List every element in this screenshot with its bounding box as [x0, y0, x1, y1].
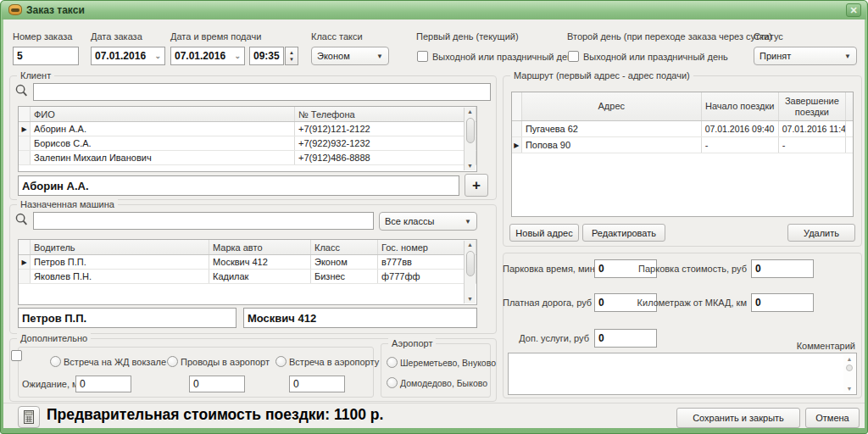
additional-legend: Дополнительно	[17, 333, 91, 343]
preliminary-price-text: Предварительная стоимость поездки: 1100 …	[47, 406, 383, 424]
meet-airport-radio[interactable]	[275, 356, 287, 367]
client-table[interactable]: ФИО № Телефона ▶ Аборин А.А. +7(912)121-…	[18, 106, 477, 172]
chevron-down-icon: ⌄	[234, 52, 241, 60]
extra-services-label: Доп. услуги, руб	[503, 333, 589, 343]
car-row[interactable]: Яковлев П.Н. Кадилак Бизнес ф777фф	[19, 270, 476, 284]
edit-address-button[interactable]: Редактировать	[582, 224, 665, 242]
waiting-input-1[interactable]	[75, 376, 131, 392]
scroll-up-icon[interactable]: ▲	[467, 241, 473, 249]
calculator-icon	[24, 410, 34, 424]
mkad-km-input[interactable]	[751, 293, 814, 312]
scroll-thumb[interactable]	[466, 251, 475, 276]
car-table[interactable]: Водитель Марка авто Класс Гос. номер ▶ П…	[18, 239, 477, 305]
parking-time-label: Парковка время, мин	[503, 264, 589, 274]
selected-car-field[interactable]	[243, 308, 477, 328]
car-class-filter-dropdown[interactable]: Все классы▼	[379, 212, 477, 231]
row-selector-icon: ▶	[21, 125, 26, 133]
pickup-time-input[interactable]	[249, 47, 284, 65]
status-dropdown[interactable]: Принят▼	[754, 47, 857, 65]
client-legend: Клиент	[17, 70, 54, 81]
airport-dme-bka-radio[interactable]	[387, 377, 398, 388]
comment-label: Комментарий	[762, 341, 855, 351]
car-legend: Назначенная машина	[17, 199, 118, 209]
parking-cost-label: Парковка стоимость, руб	[635, 264, 747, 274]
titlebar[interactable]: Заказ такси ✕	[2, 1, 866, 19]
car-search-input[interactable]	[33, 212, 374, 230]
pickup-datetime-label: Дата и время подачи	[170, 31, 261, 42]
route-legend: Маршрут (первый адрес - адрес подачи)	[510, 70, 693, 81]
second-day-holiday-checkbox[interactable]	[568, 51, 579, 62]
search-icon	[14, 83, 29, 98]
spinner-up-icon[interactable]: ▲	[289, 49, 294, 56]
save-and-close-button[interactable]: Сохранить и закрыть	[676, 408, 800, 428]
route-row-selected[interactable]: ▶ Попова 90 - -	[512, 137, 853, 153]
order-date-combo[interactable]: 07.01.2016⌄	[91, 47, 165, 65]
calculate-price-button[interactable]	[18, 406, 40, 428]
first-day-label: Первый день (текущий)	[416, 31, 519, 42]
pickup-date-combo[interactable]: 07.01.2016⌄	[170, 47, 245, 65]
airport-svo-vko-label: Шереметьево, Внуково	[400, 358, 496, 368]
extra-services-input[interactable]	[594, 329, 657, 348]
add-client-button[interactable]: +	[465, 174, 488, 197]
dropdown-arrow-icon: ▼	[376, 53, 383, 60]
cancel-button[interactable]: Отмена	[805, 408, 860, 428]
close-icon[interactable]: ✕	[846, 3, 861, 17]
spinner-down-icon[interactable]: ▼	[289, 56, 294, 63]
route-table-header: Адрес Начало поездки Завершение поездки	[512, 92, 853, 121]
client-row[interactable]: Залепин Михаил Иванович +7(912)486-8888	[19, 151, 476, 165]
meet-railway-radio[interactable]	[50, 356, 61, 367]
taxi-class-dropdown[interactable]: Эконом▼	[311, 47, 389, 65]
route-table[interactable]: Адрес Начало поездки Завершение поездки …	[511, 92, 854, 217]
row-selector-icon: ▶	[21, 259, 26, 266]
seeoff-airport-radio[interactable]	[167, 356, 178, 367]
row-selector-icon: ▶	[514, 142, 519, 149]
client-search-input[interactable]	[33, 83, 491, 101]
scroll-thumb[interactable]	[466, 118, 475, 143]
airport-svo-vko-radio[interactable]	[387, 357, 398, 368]
dropdown-arrow-icon: ▼	[465, 218, 471, 225]
airport-dme-bka-label: Домодедово, Быково	[400, 378, 487, 388]
toll-road-label: Платная дорога, руб	[503, 298, 589, 308]
client-table-header: ФИО № Телефона	[19, 107, 476, 122]
scroll-down-icon[interactable]: ▼	[847, 386, 853, 392]
airport-legend: Аэропорт	[388, 338, 436, 348]
scroll-down-icon[interactable]: ▼	[467, 295, 473, 303]
selected-client-field[interactable]	[18, 175, 459, 196]
mkad-km-label: Километраж от МКАД, км	[635, 298, 747, 308]
car-table-header: Водитель Марка авто Класс Гос. номер	[19, 240, 476, 255]
search-icon	[14, 212, 29, 227]
additional-enable-checkbox[interactable]	[11, 350, 22, 361]
waiting-input-3[interactable]	[289, 376, 345, 392]
scroll-up-icon[interactable]: ▲	[847, 356, 853, 362]
client-row-selected[interactable]: ▶ Аборин А.А. +7(912)121-2122	[19, 122, 476, 136]
time-spinner[interactable]: ▲▼	[285, 47, 298, 65]
comment-box[interactable]: ▲ ▼	[508, 353, 857, 395]
comment-textarea[interactable]	[509, 353, 844, 394]
seeoff-airport-label: Проводы в аэропорт	[181, 357, 270, 367]
meet-railway-label: Встреча на ЖД вокзале	[64, 357, 166, 367]
meet-airport-label: Встреча в аэропорту	[289, 357, 379, 367]
car-table-scrollbar[interactable]: ▲ ▼	[464, 241, 476, 303]
taxi-class-label: Класс такси	[311, 31, 363, 42]
scroll-down-icon[interactable]: ▼	[467, 162, 473, 170]
client-table-scrollbar[interactable]: ▲ ▼	[464, 108, 476, 170]
first-day-holiday-checkbox[interactable]	[417, 51, 428, 62]
taxi-order-window: Заказ такси ✕ Номер заказа Дата заказа 0…	[0, 0, 868, 434]
delete-address-button[interactable]: Удалить	[787, 224, 855, 242]
footer-divider	[3, 403, 865, 403]
order-number-label: Номер заказа	[13, 31, 72, 42]
client-row[interactable]: Борисов С.А. +7(922)932-1232	[19, 136, 476, 151]
parking-cost-input[interactable]	[751, 259, 814, 278]
selected-driver-field[interactable]	[18, 308, 236, 328]
scroll-thumb[interactable]	[846, 364, 853, 371]
new-address-button[interactable]: Новый адрес	[509, 224, 579, 242]
waiting-input-2[interactable]	[189, 376, 245, 392]
car-row-selected[interactable]: ▶ Петров П.П. Москвич 412 Эконом в777вв	[19, 255, 476, 270]
comment-scrollbar[interactable]: ▲ ▼	[843, 354, 855, 393]
scroll-up-icon[interactable]: ▲	[467, 108, 473, 116]
first-day-holiday-label: Выходной или праздничный день	[432, 52, 577, 62]
second-day-holiday-label: Выходной или праздничный день	[583, 52, 728, 62]
chevron-down-icon: ⌄	[154, 52, 161, 60]
route-row[interactable]: Пугачева 62 07.01.2016 09:40 07.01.2016 …	[512, 121, 853, 137]
order-number-input[interactable]	[13, 47, 79, 65]
